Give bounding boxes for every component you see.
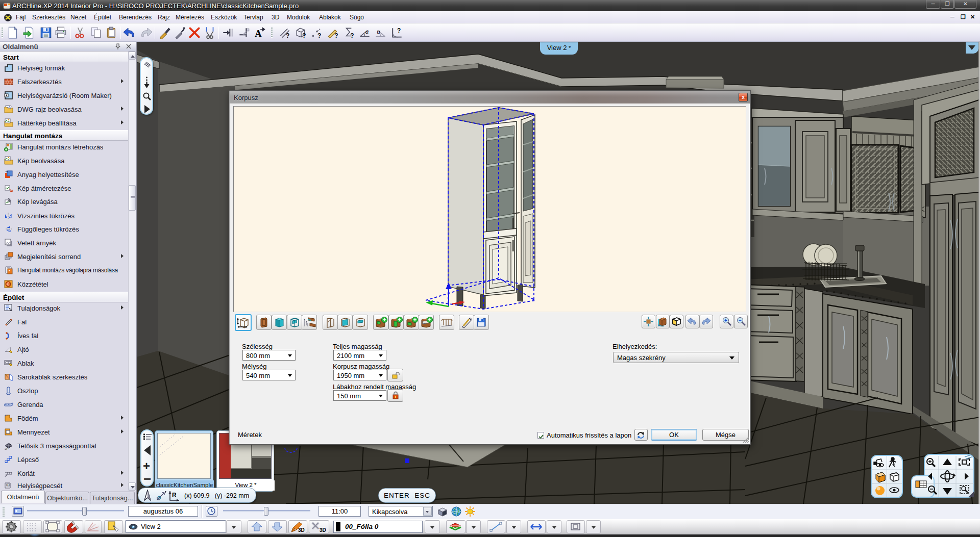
svg-text:?: ? <box>317 32 321 39</box>
svg-text:A: A <box>255 29 262 39</box>
svg-text:?: ? <box>334 32 338 39</box>
svg-text:R: R <box>172 492 177 499</box>
svg-text:3P: 3P <box>5 447 8 450</box>
svg-text:?: ? <box>286 32 289 39</box>
svg-text:1: 1 <box>7 483 9 487</box>
svg-text:α: α <box>365 29 369 35</box>
svg-text:3D: 3D <box>298 527 305 533</box>
svg-text:?: ? <box>302 32 306 39</box>
svg-text:?: ? <box>350 32 354 39</box>
svg-text:3D: 3D <box>320 527 326 533</box>
svg-text:?: ? <box>397 27 401 34</box>
svg-text:α: α <box>377 29 380 35</box>
